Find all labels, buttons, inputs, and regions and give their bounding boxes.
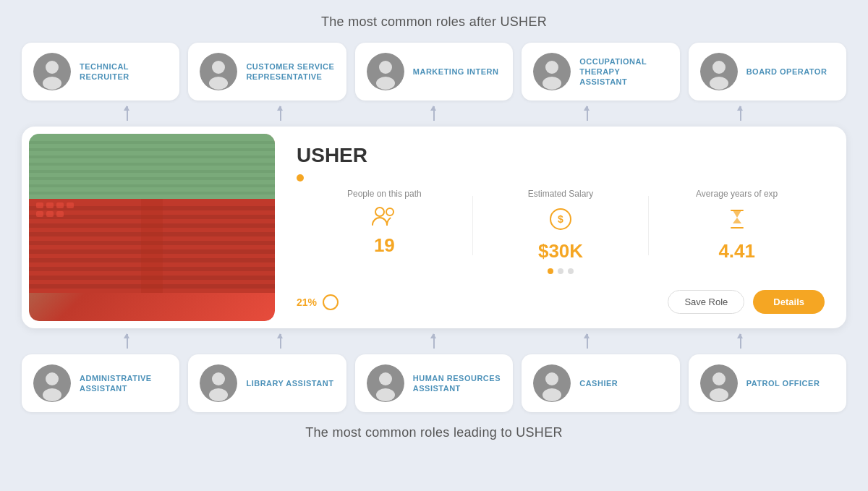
svg-rect-23 bbox=[29, 184, 275, 187]
svg-point-50 bbox=[43, 388, 61, 401]
footer-title: The most common roles leading to USHER bbox=[305, 425, 563, 440]
main-card-content: USHER People on this path 19 Estimated bbox=[282, 127, 846, 328]
svg-point-49 bbox=[46, 372, 59, 385]
connector-arrow bbox=[664, 334, 817, 349]
svg-point-4 bbox=[212, 61, 225, 74]
svg-point-2 bbox=[43, 77, 61, 90]
stat-col-salary: Estimated Salary $ $30K bbox=[473, 189, 649, 262]
stat-value-experience: 4.41 bbox=[718, 240, 755, 262]
svg-point-10 bbox=[545, 61, 558, 74]
svg-rect-19 bbox=[29, 155, 275, 158]
bottom-roles-row: ADMINISTRATIVE ASSISTANT LIBRARY ASSISTA… bbox=[22, 354, 846, 412]
connector-arrow bbox=[511, 106, 664, 121]
svg-rect-36 bbox=[36, 202, 43, 208]
svg-text:$: $ bbox=[558, 213, 563, 225]
avatar bbox=[700, 364, 738, 402]
stat-label-salary: Estimated Salary bbox=[528, 189, 594, 199]
bottom-connectors bbox=[22, 328, 846, 354]
avatar bbox=[533, 53, 571, 90]
percent-circle-icon bbox=[323, 294, 339, 310]
role-label: BOARD OPERATOR bbox=[746, 67, 827, 77]
stat-label-people: People on this path bbox=[347, 189, 422, 199]
role-label: CUSTOMER SERVICE REPRESENTATIVE bbox=[246, 61, 334, 82]
svg-rect-21 bbox=[29, 170, 275, 173]
role-card-technical-recruiter[interactable]: TECHNICAL RECRUITER bbox=[22, 43, 179, 101]
svg-point-44 bbox=[375, 208, 384, 216]
role-label: ADMINISTRATIVE ASSISTANT bbox=[80, 373, 168, 394]
svg-point-14 bbox=[710, 77, 728, 90]
role-label: PATROL OFFICER bbox=[746, 378, 820, 388]
role-label: MARKETING INTERN bbox=[413, 67, 499, 77]
role-card-hr-assistant[interactable]: HUMAN RESOURCES ASSISTANT bbox=[355, 354, 513, 412]
svg-point-56 bbox=[376, 388, 395, 401]
role-card-customer-service-rep[interactable]: CUSTOMER SERVICE REPRESENTATIVE bbox=[188, 43, 346, 101]
indicator-dots bbox=[297, 268, 825, 274]
details-button[interactable]: Details bbox=[753, 290, 825, 314]
svg-rect-17 bbox=[29, 141, 275, 144]
role-card-board-operator[interactable]: BOARD OPERATOR bbox=[689, 43, 846, 101]
top-roles-row: TECHNICAL RECRUITER CUSTOMER SERVICE REP… bbox=[22, 43, 846, 101]
save-role-button[interactable]: Save Role bbox=[668, 290, 744, 314]
role-card-occupational-therapy[interactable]: OCCUPATIONAL THERAPY ASSISTANT bbox=[522, 43, 679, 101]
main-card-image bbox=[29, 134, 275, 321]
experience-icon bbox=[724, 206, 750, 236]
connector-arrow bbox=[664, 106, 817, 121]
svg-rect-43 bbox=[141, 199, 163, 293]
svg-point-55 bbox=[379, 372, 392, 385]
stat-value-salary: $30K bbox=[538, 240, 583, 262]
usher-title: USHER bbox=[297, 144, 367, 167]
svg-point-11 bbox=[542, 77, 561, 90]
dot-2[interactable] bbox=[558, 268, 563, 274]
connector-arrow bbox=[51, 334, 204, 349]
svg-point-1 bbox=[46, 61, 59, 74]
svg-point-5 bbox=[209, 77, 228, 90]
role-card-admin-assistant[interactable]: ADMINISTRATIVE ASSISTANT bbox=[22, 354, 179, 412]
role-label: CASHIER bbox=[579, 378, 618, 388]
role-label: HUMAN RESOURCES ASSISTANT bbox=[413, 373, 501, 394]
connector-arrow bbox=[51, 106, 204, 121]
percent-indicator: 21% bbox=[297, 294, 339, 310]
connector-arrow bbox=[357, 106, 511, 121]
role-card-marketing-intern[interactable]: MARKETING INTERN bbox=[355, 43, 513, 101]
svg-point-8 bbox=[376, 77, 395, 90]
connector-arrow bbox=[357, 334, 511, 349]
connector-arrow bbox=[204, 106, 357, 121]
svg-rect-20 bbox=[29, 163, 275, 166]
page-title: The most common roles after USHER bbox=[321, 14, 547, 30]
role-label: TECHNICAL RECRUITER bbox=[80, 61, 168, 82]
avatar bbox=[533, 364, 571, 402]
svg-rect-22 bbox=[29, 177, 275, 180]
main-card: USHER People on this path 19 Estimated bbox=[22, 127, 846, 328]
avatar bbox=[200, 53, 237, 90]
avatar bbox=[33, 364, 71, 402]
role-card-cashier[interactable]: CASHIER bbox=[522, 354, 679, 412]
svg-rect-24 bbox=[29, 192, 275, 195]
stat-col-experience: Average years of exp 4.41 bbox=[649, 189, 825, 262]
stat-label-experience: Average years of exp bbox=[696, 189, 778, 199]
role-card-library-assistant[interactable]: LIBRARY ASSISTANT bbox=[188, 354, 346, 412]
svg-point-58 bbox=[545, 372, 558, 385]
avatar bbox=[367, 364, 404, 402]
usher-indicator-dot bbox=[297, 174, 304, 182]
svg-rect-39 bbox=[67, 202, 74, 208]
svg-point-53 bbox=[209, 388, 228, 401]
svg-rect-38 bbox=[56, 202, 64, 208]
avatar bbox=[700, 53, 738, 90]
role-label: LIBRARY ASSISTANT bbox=[246, 378, 333, 388]
avatar bbox=[33, 53, 71, 90]
svg-point-13 bbox=[712, 61, 726, 74]
avatar bbox=[367, 53, 404, 90]
svg-point-45 bbox=[386, 208, 393, 215]
svg-point-52 bbox=[212, 372, 225, 385]
svg-point-61 bbox=[712, 372, 726, 385]
svg-rect-42 bbox=[56, 211, 64, 217]
top-connectors bbox=[22, 101, 846, 127]
dot-3[interactable] bbox=[568, 268, 574, 274]
connector-arrow bbox=[204, 334, 357, 349]
role-card-patrol-officer[interactable]: PATROL OFFICER bbox=[689, 354, 846, 412]
svg-rect-18 bbox=[29, 148, 275, 151]
avatar bbox=[200, 364, 237, 402]
dot-1[interactable] bbox=[548, 268, 553, 274]
role-label: OCCUPATIONAL THERAPY ASSISTANT bbox=[579, 56, 668, 87]
svg-point-59 bbox=[542, 388, 561, 401]
